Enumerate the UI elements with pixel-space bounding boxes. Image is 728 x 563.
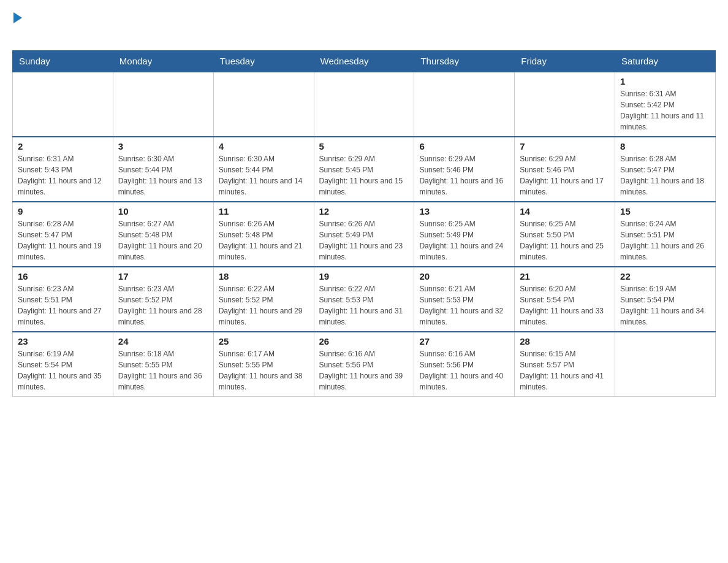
weekday-header-monday: Monday [113,51,213,72]
calendar-day-cell: 3Sunrise: 6:30 AM Sunset: 5:44 PM Daylig… [113,137,213,202]
day-number: 20 [419,271,509,282]
day-info: Sunrise: 6:21 AM Sunset: 5:53 PM Dayligh… [419,283,509,327]
calendar-week-row: 2Sunrise: 6:31 AM Sunset: 5:43 PM Daylig… [13,137,716,202]
day-info: Sunrise: 6:19 AM Sunset: 5:54 PM Dayligh… [18,348,108,393]
calendar-day-cell [13,72,113,137]
weekday-header-row: SundayMondayTuesdayWednesdayThursdayFrid… [13,51,716,72]
day-info: Sunrise: 6:29 AM Sunset: 5:46 PM Dayligh… [520,153,610,197]
day-number: 8 [620,141,710,151]
calendar-day-cell: 14Sunrise: 6:25 AM Sunset: 5:50 PM Dayli… [515,202,615,267]
weekday-header-thursday: Thursday [414,51,515,72]
calendar-day-cell: 4Sunrise: 6:30 AM Sunset: 5:44 PM Daylig… [213,137,314,202]
page-header [12,12,716,44]
day-info: Sunrise: 6:18 AM Sunset: 5:55 PM Dayligh… [118,348,208,393]
day-number: 28 [520,336,610,347]
day-info: Sunrise: 6:23 AM Sunset: 5:51 PM Dayligh… [18,283,108,327]
day-number: 2 [18,141,108,151]
day-info: Sunrise: 6:16 AM Sunset: 5:56 PM Dayligh… [319,348,409,393]
day-info: Sunrise: 6:16 AM Sunset: 5:56 PM Dayligh… [419,348,509,393]
calendar-day-cell: 23Sunrise: 6:19 AM Sunset: 5:54 PM Dayli… [13,332,113,397]
calendar-day-cell [515,72,615,137]
calendar-day-cell: 28Sunrise: 6:15 AM Sunset: 5:57 PM Dayli… [515,332,615,397]
day-info: Sunrise: 6:23 AM Sunset: 5:52 PM Dayligh… [118,283,208,327]
day-info: Sunrise: 6:28 AM Sunset: 5:47 PM Dayligh… [620,153,710,197]
calendar-day-cell: 21Sunrise: 6:20 AM Sunset: 5:54 PM Dayli… [515,267,615,332]
day-number: 21 [520,271,610,282]
weekday-header-tuesday: Tuesday [213,51,314,72]
day-info: Sunrise: 6:22 AM Sunset: 5:52 PM Dayligh… [219,283,309,327]
day-info: Sunrise: 6:19 AM Sunset: 5:54 PM Dayligh… [620,283,710,327]
calendar-day-cell [113,72,213,137]
day-info: Sunrise: 6:30 AM Sunset: 5:44 PM Dayligh… [219,153,309,197]
calendar-day-cell: 26Sunrise: 6:16 AM Sunset: 5:56 PM Dayli… [314,332,414,397]
day-number: 3 [118,141,208,151]
calendar-week-row: 23Sunrise: 6:19 AM Sunset: 5:54 PM Dayli… [13,332,716,397]
day-number: 17 [118,271,208,282]
day-info: Sunrise: 6:20 AM Sunset: 5:54 PM Dayligh… [520,283,610,327]
day-number: 24 [118,336,208,347]
day-number: 15 [620,206,710,216]
calendar-day-cell: 6Sunrise: 6:29 AM Sunset: 5:46 PM Daylig… [414,137,515,202]
calendar-day-cell: 13Sunrise: 6:25 AM Sunset: 5:49 PM Dayli… [414,202,515,267]
day-number: 4 [219,141,309,151]
calendar-day-cell: 7Sunrise: 6:29 AM Sunset: 5:46 PM Daylig… [515,137,615,202]
day-info: Sunrise: 6:24 AM Sunset: 5:51 PM Dayligh… [620,218,710,262]
day-info: Sunrise: 6:28 AM Sunset: 5:47 PM Dayligh… [18,218,108,262]
weekday-header-wednesday: Wednesday [314,51,414,72]
logo-triangle-icon [13,12,22,23]
calendar-day-cell: 20Sunrise: 6:21 AM Sunset: 5:53 PM Dayli… [414,267,515,332]
day-number: 12 [319,206,409,216]
day-number: 13 [419,206,509,216]
calendar-day-cell: 5Sunrise: 6:29 AM Sunset: 5:45 PM Daylig… [314,137,414,202]
day-number: 27 [419,336,509,347]
day-info: Sunrise: 6:27 AM Sunset: 5:48 PM Dayligh… [118,218,208,262]
weekday-header-saturday: Saturday [615,51,716,72]
calendar-day-cell: 11Sunrise: 6:26 AM Sunset: 5:48 PM Dayli… [213,202,314,267]
calendar-day-cell [213,72,314,137]
day-info: Sunrise: 6:25 AM Sunset: 5:49 PM Dayligh… [419,218,509,262]
day-number: 25 [219,336,309,347]
day-info: Sunrise: 6:29 AM Sunset: 5:45 PM Dayligh… [319,153,409,197]
day-info: Sunrise: 6:17 AM Sunset: 5:55 PM Dayligh… [219,348,309,393]
calendar-day-cell [314,72,414,137]
day-info: Sunrise: 6:31 AM Sunset: 5:43 PM Dayligh… [18,153,108,197]
calendar-day-cell: 12Sunrise: 6:26 AM Sunset: 5:49 PM Dayli… [314,202,414,267]
day-number: 23 [18,336,108,347]
calendar-day-cell: 17Sunrise: 6:23 AM Sunset: 5:52 PM Dayli… [113,267,213,332]
day-number: 6 [419,141,509,151]
calendar-week-row: 1Sunrise: 6:31 AM Sunset: 5:42 PM Daylig… [13,72,716,137]
calendar-day-cell: 2Sunrise: 6:31 AM Sunset: 5:43 PM Daylig… [13,137,113,202]
day-number: 18 [219,271,309,282]
day-number: 1 [620,76,710,86]
day-number: 5 [319,141,409,151]
calendar-day-cell: 10Sunrise: 6:27 AM Sunset: 5:48 PM Dayli… [113,202,213,267]
day-info: Sunrise: 6:15 AM Sunset: 5:57 PM Dayligh… [520,348,610,393]
calendar-day-cell: 22Sunrise: 6:19 AM Sunset: 5:54 PM Dayli… [615,267,716,332]
day-info: Sunrise: 6:22 AM Sunset: 5:53 PM Dayligh… [319,283,409,327]
weekday-header-friday: Friday [515,51,615,72]
calendar-day-cell: 18Sunrise: 6:22 AM Sunset: 5:52 PM Dayli… [213,267,314,332]
day-number: 19 [319,271,409,282]
calendar-day-cell: 1Sunrise: 6:31 AM Sunset: 5:42 PM Daylig… [615,72,716,137]
day-number: 7 [520,141,610,151]
calendar-day-cell: 19Sunrise: 6:22 AM Sunset: 5:53 PM Dayli… [314,267,414,332]
calendar-table: SundayMondayTuesdayWednesdayThursdayFrid… [12,50,716,397]
calendar-day-cell [615,332,716,397]
day-info: Sunrise: 6:31 AM Sunset: 5:42 PM Dayligh… [620,88,710,132]
calendar-week-row: 16Sunrise: 6:23 AM Sunset: 5:51 PM Dayli… [13,267,716,332]
day-number: 26 [319,336,409,347]
calendar-day-cell: 9Sunrise: 6:28 AM Sunset: 5:47 PM Daylig… [13,202,113,267]
day-info: Sunrise: 6:26 AM Sunset: 5:48 PM Dayligh… [219,218,309,262]
logo [12,12,22,44]
calendar-day-cell: 8Sunrise: 6:28 AM Sunset: 5:47 PM Daylig… [615,137,716,202]
weekday-header-sunday: Sunday [13,51,113,72]
calendar-week-row: 9Sunrise: 6:28 AM Sunset: 5:47 PM Daylig… [13,202,716,267]
calendar-day-cell: 16Sunrise: 6:23 AM Sunset: 5:51 PM Dayli… [13,267,113,332]
calendar-day-cell: 27Sunrise: 6:16 AM Sunset: 5:56 PM Dayli… [414,332,515,397]
calendar-day-cell: 15Sunrise: 6:24 AM Sunset: 5:51 PM Dayli… [615,202,716,267]
day-number: 10 [118,206,208,216]
day-number: 14 [520,206,610,216]
day-number: 9 [18,206,108,216]
calendar-day-cell: 24Sunrise: 6:18 AM Sunset: 5:55 PM Dayli… [113,332,213,397]
day-number: 11 [219,206,309,216]
